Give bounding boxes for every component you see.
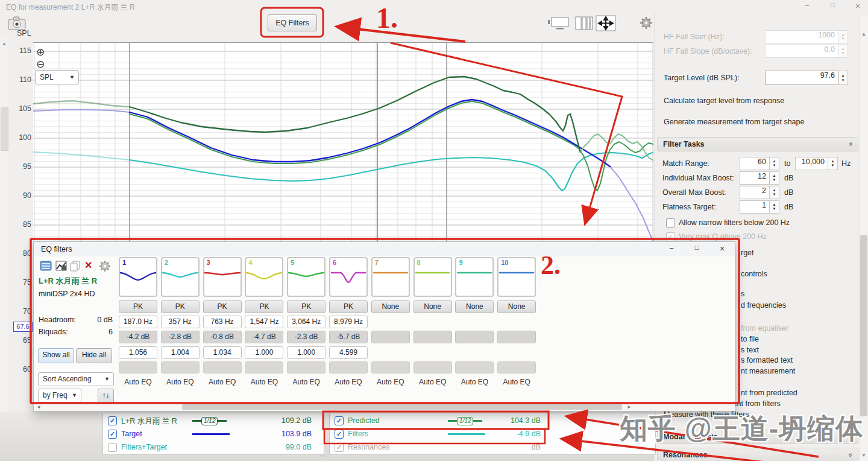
sort-apply-button[interactable]: ↑↓ [98, 389, 114, 404]
filter-slot[interactable]: 10 [497, 257, 536, 297]
filter-extra-field[interactable] [329, 361, 368, 374]
checkbox[interactable] [666, 218, 675, 227]
obscured-button-text[interactable]: to file [741, 335, 759, 343]
filter-slot[interactable]: 1 [119, 257, 157, 297]
sort-key-dropdown[interactable]: by Freq ▼ [38, 389, 81, 402]
filter-type-button[interactable]: None [497, 300, 536, 313]
filter-extra-field[interactable] [455, 361, 494, 374]
filter-extra-field[interactable] [161, 361, 200, 374]
auto-eq-button[interactable]: Auto EQ [245, 378, 283, 386]
filter-q-field[interactable]: 1.004 [161, 346, 200, 359]
match-range-to-field[interactable]: 10,000 [795, 157, 828, 170]
delete-filters-icon[interactable]: ✕ [84, 259, 92, 271]
filter-gain-field[interactable]: -0.8 dB [203, 331, 242, 343]
filter-extra-field[interactable] [414, 361, 452, 374]
legend-checkbox[interactable] [108, 443, 117, 452]
filter-freq-field[interactable]: 187.0 Hz [119, 316, 157, 328]
eq-filters-button[interactable]: EQ Filters [268, 14, 317, 31]
filter-type-button[interactable]: PK [203, 300, 242, 313]
drag-handle-dots[interactable]: ⋯ [319, 453, 326, 459]
right-scrollbar-thumb[interactable] [860, 235, 867, 416]
legend-checkbox[interactable]: ✓ [335, 430, 344, 439]
obscured-button-text[interactable]: rget [741, 249, 754, 257]
filter-type-button[interactable]: PK [119, 300, 157, 313]
filter-type-button[interactable]: None [414, 300, 452, 313]
dialog-close-button[interactable]: × [716, 244, 728, 253]
hf-fall-slope-spinner[interactable]: ▲▼ [838, 45, 848, 58]
filter-freq-field[interactable]: 8,979 Hz [329, 316, 368, 328]
dialog-maximize-button[interactable]: □ [691, 244, 703, 251]
obscured-button-text[interactable]: controls [741, 270, 767, 278]
filter-extra-field[interactable] [371, 361, 410, 374]
filter-type-button[interactable]: PK [287, 300, 326, 313]
filter-gain-field[interactable]: -5.7 dB [329, 331, 368, 343]
dialog-title-bar[interactable]: EQ filters − □ × [34, 242, 735, 256]
auto-eq-button[interactable]: Auto EQ [119, 378, 157, 386]
filter-task-field[interactable]: 12 [740, 171, 770, 185]
obscured-button-text[interactable]: from equaliser [741, 324, 788, 332]
show-all-button[interactable]: Show all [38, 348, 74, 363]
filter-freq-field[interactable]: 763 Hz [203, 316, 242, 328]
auto-eq-button[interactable]: Auto EQ [497, 378, 536, 386]
filter-task-field[interactable]: 1 [740, 200, 770, 214]
dialog-hscrollbar-thumb[interactable] [182, 404, 622, 410]
filter-q-field[interactable]: 4.599 [329, 346, 368, 359]
calc-target-level-button[interactable]: Calculate target level from response [664, 97, 784, 105]
filter-q-field[interactable]: 1.000 [245, 346, 283, 359]
filter-slot[interactable]: 3 [203, 257, 242, 297]
scroll-up-icon[interactable]: ▲ [861, 31, 866, 37]
filter-extra-field[interactable] [119, 361, 157, 374]
window-layout-icon[interactable] [546, 16, 570, 31]
obscured-button-text[interactable]: nt measurement [741, 367, 795, 375]
filter-task-spinner[interactable]: ▲▼ [770, 200, 779, 214]
filter-slot[interactable]: 8 [414, 257, 452, 297]
scroll-right-icon[interactable]: ► [627, 404, 632, 410]
hf-fall-start-field[interactable]: 1000 [765, 30, 838, 43]
close-button[interactable]: × [852, 1, 863, 11]
filter-freq-field[interactable]: 1,547 Hz [245, 316, 283, 328]
target-level-spinner[interactable]: ▲▼ [838, 71, 848, 85]
filter-slot[interactable]: 7 [371, 257, 410, 297]
filter-type-button[interactable]: PK [161, 300, 200, 313]
filter-gain-field[interactable] [497, 331, 536, 343]
filter-q-field[interactable]: 1.056 [119, 346, 157, 359]
filter-tasks-header[interactable]: Filter Tasks » [657, 137, 858, 151]
legend-checkbox[interactable]: ✓ [108, 416, 117, 425]
auto-eq-button[interactable]: Auto EQ [161, 378, 200, 386]
obscured-button-text[interactable]: nt from predicted [741, 389, 797, 397]
minimize-button[interactable]: − [802, 1, 813, 10]
filter-task-field[interactable]: 2 [740, 186, 770, 199]
auto-eq-button[interactable]: Auto EQ [414, 378, 452, 386]
resonances-header[interactable]: Resonances » [657, 448, 858, 461]
filter-q-field[interactable]: 1.034 [203, 346, 242, 359]
filter-type-button[interactable]: PK [245, 300, 283, 313]
generate-from-target-button[interactable]: Generate measurement from target shape [664, 118, 804, 126]
hf-fall-start-spinner[interactable]: ▲▼ [838, 30, 848, 43]
hide-all-button[interactable]: Hide all [76, 348, 112, 363]
filter-gain-field[interactable] [414, 331, 452, 343]
filter-slot[interactable]: 2 [161, 257, 200, 297]
filter-extra-field[interactable] [203, 361, 242, 374]
filter-freq-field[interactable]: 357 Hz [161, 316, 200, 328]
scroll-left-icon[interactable]: ◄ [36, 404, 41, 410]
filter-gain-field[interactable] [371, 331, 410, 343]
filter-task-spinner[interactable]: ▲▼ [770, 171, 779, 185]
filter-gain-field[interactable]: -2.3 dB [287, 331, 326, 343]
load-filters-icon[interactable] [55, 261, 67, 271]
match-from-spinner[interactable]: ▲▼ [770, 157, 779, 170]
filter-type-button[interactable]: None [371, 300, 410, 313]
auto-eq-button[interactable]: Auto EQ [371, 378, 410, 386]
obscured-button-text[interactable]: s [741, 290, 744, 298]
filter-slot[interactable]: 5 [287, 257, 326, 297]
filter-settings-gear-icon[interactable] [99, 260, 111, 272]
target-level-field[interactable]: 97.6 [765, 71, 838, 85]
filter-type-button[interactable]: None [455, 300, 494, 313]
auto-eq-button[interactable]: Auto EQ [203, 378, 242, 386]
split-columns-icon[interactable] [575, 16, 594, 31]
filter-task-spinner[interactable]: ▲▼ [770, 186, 779, 199]
scroll-up-icon[interactable]: ▲ [2, 41, 7, 46]
auto-eq-button[interactable]: Auto EQ [287, 378, 326, 386]
filter-q-field[interactable]: 1.000 [287, 346, 326, 359]
left-scrollbar-thumb[interactable] [1, 107, 8, 151]
scroll-down-icon[interactable]: ▼ [861, 453, 866, 458]
